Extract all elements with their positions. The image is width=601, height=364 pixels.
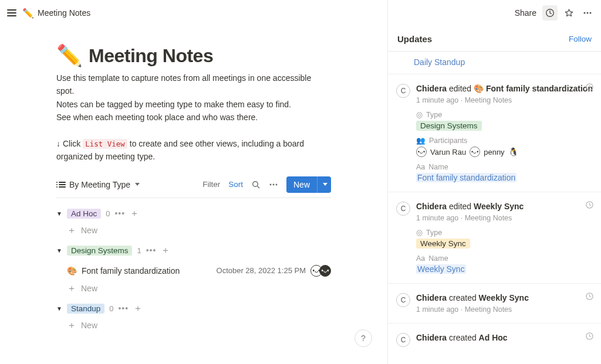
text-icon: Aa <box>416 163 425 171</box>
sort-button[interactable]: Sort <box>226 179 245 190</box>
update-entry[interactable]: C Chidera created Ad Hoc <box>388 324 601 356</box>
group-tag-adhoc[interactable]: Ad Hoc <box>67 209 101 219</box>
db-row[interactable]: 🎨 Font family standardization October 28… <box>67 265 331 277</box>
update-link-daily-standup[interactable]: Daily Standup <box>414 57 465 67</box>
svg-point-2 <box>270 183 272 185</box>
updates-icon[interactable] <box>542 5 558 21</box>
svg-point-0 <box>253 181 258 186</box>
page-more-icon[interactable] <box>580 5 595 21</box>
page-icon[interactable]: ✏️ <box>56 43 83 68</box>
update-entry[interactable]: C Chidera edited 🎨 Font family standardi… <box>388 74 601 192</box>
group-count: 1 <box>137 246 141 255</box>
hamburger-menu[interactable] <box>6 7 18 19</box>
page-icon: 🎨 <box>474 84 484 93</box>
plus-icon: ＋ <box>67 226 76 235</box>
avatar: •ᴗ• <box>470 147 480 157</box>
svg-line-1 <box>257 186 259 188</box>
group-add-icon[interactable]: ＋ <box>161 246 170 255</box>
new-row-button[interactable]: ＋ New <box>67 226 331 235</box>
page-title[interactable]: Meeting Notes <box>89 45 213 67</box>
people-icon: 👥 <box>416 136 426 145</box>
group-tag-design[interactable]: Design Systems <box>67 246 133 256</box>
list-icon <box>59 182 66 188</box>
updates-heading: Updates <box>397 34 432 44</box>
view-selector[interactable]: By Meeting Type <box>56 179 142 190</box>
update-entry[interactable]: C Chidera created Weekly Sync 1 minute a… <box>388 284 601 324</box>
type-tag: Weekly Sync <box>416 239 470 249</box>
share-button[interactable]: Share <box>515 8 536 18</box>
favorite-icon[interactable] <box>561 5 576 21</box>
svg-point-6 <box>584 12 586 14</box>
avatar: •ᴗ• <box>416 147 427 157</box>
svg-point-7 <box>587 12 589 14</box>
penguin-icon: 🐧 <box>508 147 518 157</box>
avatar: C <box>396 202 410 216</box>
avatar: •ᴗ• <box>319 265 331 277</box>
row-icon: 🎨 <box>67 266 77 275</box>
new-row-button[interactable]: ＋ New <box>67 321 331 330</box>
text-icon: Aa <box>416 254 425 263</box>
svg-point-8 <box>590 12 592 14</box>
filter-button[interactable]: Filter <box>200 179 222 190</box>
breadcrumb-title: Meeting Notes <box>38 8 90 18</box>
group-toggle[interactable]: ▼ <box>56 210 62 217</box>
target-icon: ◎ <box>416 110 423 119</box>
group-add-icon[interactable]: ＋ <box>130 209 139 218</box>
follow-button[interactable]: Follow <box>569 35 592 43</box>
group-more-icon[interactable]: ••• <box>114 209 125 218</box>
row-participants: •ᴗ• •ᴗ• <box>310 265 331 277</box>
new-dropdown[interactable] <box>317 176 331 193</box>
group-add-icon[interactable]: ＋ <box>133 304 143 313</box>
search-icon[interactable] <box>249 179 263 190</box>
more-icon[interactable] <box>266 179 281 190</box>
row-title: Font family standardization <box>82 266 212 275</box>
update-entry[interactable]: C Chidera edited Weekly Sync 1 minute ag… <box>388 192 601 284</box>
name-link[interactable]: Font family standardization <box>416 173 516 182</box>
page-emoji-icon: ✏️ <box>22 8 34 19</box>
clock-icon <box>585 83 594 93</box>
plus-icon: ＋ <box>67 284 76 293</box>
svg-point-3 <box>273 183 275 185</box>
type-tag: Design Systems <box>416 121 482 131</box>
group-more-icon[interactable]: ••• <box>118 304 129 313</box>
group-count: 0 <box>106 209 110 218</box>
clock-icon <box>585 292 594 302</box>
group-toggle[interactable]: ▼ <box>56 305 62 312</box>
avatar: C <box>396 84 410 98</box>
group-more-icon[interactable]: ••• <box>146 246 157 255</box>
breadcrumb[interactable]: ✏️ Meeting Notes <box>22 8 90 19</box>
group-tag-standup[interactable]: Standup <box>67 304 104 314</box>
plus-icon: ＋ <box>67 321 76 330</box>
row-date: October 28, 2022 1:25 PM <box>217 266 306 275</box>
help-button[interactable]: ? <box>354 329 372 347</box>
avatar: C <box>396 293 410 307</box>
chevron-down-icon <box>135 183 140 186</box>
page-description[interactable]: Use this template to capture notes from … <box>56 72 331 164</box>
clock-icon <box>585 332 594 342</box>
clock-icon <box>585 200 594 211</box>
target-icon: ◎ <box>416 228 423 237</box>
group-count: 0 <box>109 304 113 313</box>
name-link[interactable]: Weekly Sync <box>416 264 466 274</box>
avatar: C <box>396 333 410 347</box>
new-button[interactable]: New <box>286 176 331 193</box>
group-toggle[interactable]: ▼ <box>56 247 62 254</box>
view-name: By Meeting Type <box>69 180 130 189</box>
new-row-button[interactable]: ＋ New <box>67 284 331 293</box>
svg-point-4 <box>276 183 278 185</box>
